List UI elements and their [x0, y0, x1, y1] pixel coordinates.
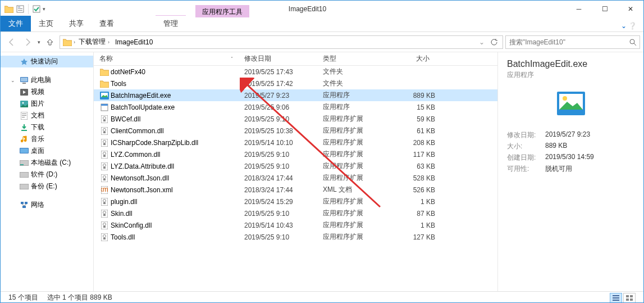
file-row[interactable]: dotNetFx402019/5/25 17:43文件夹	[94, 66, 497, 78]
search-input[interactable]	[506, 38, 626, 46]
file-date: 2019/5/25 9:06	[244, 103, 323, 111]
file-name: SkinConfig.dll	[109, 221, 244, 229]
history-dropdown-icon[interactable]: ⌄	[476, 37, 488, 48]
file-name: Skin.dll	[109, 210, 244, 218]
file-date: 2019/5/25 17:43	[244, 68, 323, 76]
maximize-button[interactable]: ☐	[592, 1, 618, 17]
file-row[interactable]: BWCef.dll2019/5/25 9:10应用程序扩展59 KB	[94, 113, 497, 125]
tab-file[interactable]: 文件	[1, 16, 31, 31]
up-button[interactable]	[43, 35, 57, 49]
file-row[interactable]: plugin.dll2019/5/24 15:29应用程序扩展1 KB	[94, 196, 497, 207]
column-date[interactable]: 修改日期	[239, 54, 317, 64]
column-name[interactable]: 名称˄	[94, 54, 239, 64]
file-type: 应用程序扩展	[323, 197, 390, 206]
details-property: 大小:889 KB	[507, 142, 634, 151]
svg-rect-22	[20, 172, 29, 178]
file-name: LYZ.Common.dll	[109, 151, 244, 159]
file-row[interactable]: LYZ.Common.dll2019/5/25 9:10应用程序扩展117 KB	[94, 148, 497, 160]
svg-rect-25	[25, 202, 28, 204]
file-size: 87 KB	[390, 210, 435, 218]
file-icon	[99, 174, 109, 183]
music-icon	[20, 135, 29, 144]
svg-rect-3	[18, 10, 22, 11]
file-row[interactable]: LYZ.Data.Attribute.dll2019/5/25 9:10应用程序…	[94, 160, 497, 172]
search-icon[interactable]	[626, 36, 640, 48]
close-button[interactable]: ✕	[618, 1, 643, 17]
svg-rect-9	[22, 83, 26, 84]
svg-rect-58	[103, 214, 106, 216]
tab-manage[interactable]: 管理	[156, 15, 186, 31]
back-button[interactable]	[4, 35, 19, 49]
sidebar-item-soft-d[interactable]: ›软件 (D:)	[1, 169, 93, 180]
properties-icon[interactable]	[15, 4, 25, 14]
sidebar-item-network[interactable]: ›网络	[1, 199, 93, 211]
breadcrumb-item[interactable]: ImageEdit10	[113, 38, 155, 46]
file-row[interactable]: ClientCommon.dll2019/5/25 10:38应用程序扩展61 …	[94, 125, 497, 137]
file-row[interactable]: BatchToolUpdate.exe2019/5/25 9:06应用程序15 …	[94, 101, 497, 113]
file-row[interactable]: ICSharpCode.SharpZipLib.dll2019/5/14 10:…	[94, 137, 497, 148]
file-row[interactable]: Newtonsoft.Json.dll2018/3/24 17:44应用程序扩展…	[94, 172, 497, 184]
recent-dropdown-icon[interactable]: ▾	[38, 39, 40, 45]
svg-rect-1	[18, 7, 20, 7]
file-name: Newtonsoft.Json.dll	[109, 174, 244, 182]
sidebar-item-videos[interactable]: ›视频	[1, 86, 93, 98]
refresh-button[interactable]	[488, 37, 500, 48]
svg-point-68	[563, 96, 567, 101]
file-row[interactable]: SkinConfig.dll2019/5/14 10:43应用程序扩展1 KB	[94, 219, 497, 231]
sidebar-item-backup-e[interactable]: ›备份 (E:)	[1, 180, 93, 192]
column-size[interactable]: 大小	[385, 54, 435, 64]
quick-access-toolbar: ▾	[1, 1, 49, 17]
file-type: XML 文档	[323, 185, 390, 195]
file-type: 应用程序扩展	[323, 114, 390, 124]
file-name: plugin.dll	[109, 198, 244, 206]
sidebar-item-this-pc[interactable]: ⌄ 此电脑	[1, 74, 93, 86]
sidebar-item-downloads[interactable]: ›下载	[1, 121, 93, 133]
sidebar-item-quick-access[interactable]: › 快速访问	[1, 56, 93, 67]
file-row[interactable]: Tools2019/5/25 17:42文件夹	[94, 78, 497, 89]
folder-icon	[4, 4, 14, 14]
svg-rect-21	[20, 164, 24, 165]
tab-share[interactable]: 共享	[61, 16, 92, 31]
file-name: BatchImageEdit.exe	[109, 92, 244, 100]
checkbox-icon[interactable]	[31, 4, 42, 14]
breadcrumb[interactable]: › 下载管理› ImageEdit10 ⌄	[60, 35, 503, 49]
tab-view[interactable]: 查看	[92, 16, 122, 31]
view-details-button[interactable]	[610, 293, 622, 303]
file-size: 1 KB	[390, 198, 435, 206]
file-row[interactable]: xmlNewtonsoft.Json.xml2018/3/24 17:44XML…	[94, 184, 497, 196]
svg-rect-41	[103, 143, 106, 145]
file-icon	[99, 197, 109, 206]
file-icon	[99, 162, 109, 171]
file-row[interactable]: Tools.dll2019/5/25 9:10应用程序扩展127 KB	[94, 231, 497, 243]
ribbon-help-icon[interactable]: ⌄ ❔	[614, 20, 643, 31]
file-name: LYZ.Data.Attribute.dll	[109, 162, 244, 170]
minimize-button[interactable]: ─	[566, 1, 592, 17]
search-box[interactable]	[505, 35, 640, 49]
svg-rect-2	[18, 8, 22, 9]
svg-rect-16	[22, 117, 25, 117]
file-name: BWCef.dll	[109, 115, 244, 123]
sidebar-item-documents[interactable]: ›文档	[1, 110, 93, 121]
file-size: 889 KB	[390, 92, 435, 100]
tab-home[interactable]: 主页	[31, 16, 61, 31]
sidebar-item-music[interactable]: ›音乐	[1, 133, 93, 145]
breadcrumb-item[interactable]: 下载管理›	[76, 37, 112, 47]
file-type: 应用程序扩展	[323, 138, 390, 147]
view-thumbnails-button[interactable]	[623, 293, 636, 303]
file-row[interactable]: Skin.dll2019/5/25 9:10应用程序扩展87 KB	[94, 207, 497, 219]
sidebar-item-local-c[interactable]: ›本地磁盘 (C:)	[1, 157, 93, 169]
forward-button[interactable]	[21, 35, 35, 49]
file-icon	[99, 79, 109, 88]
svg-rect-4	[33, 6, 40, 12]
file-icon	[99, 150, 109, 159]
file-type: 文件夹	[323, 79, 390, 88]
file-date: 2019/5/25 9:10	[244, 233, 323, 241]
qat-dropdown-icon[interactable]: ▾	[43, 6, 45, 12]
content-area: › 快速访问 ⌄ 此电脑 ›视频 ›图片 ›文档 ›下载 ›音乐 ›桌面 ›本地…	[1, 52, 643, 291]
file-type: 应用程序扩展	[323, 173, 390, 183]
sidebar-item-pictures[interactable]: ›图片	[1, 98, 93, 110]
column-type[interactable]: 类型	[317, 54, 385, 64]
sidebar-item-desktop[interactable]: ›桌面	[1, 145, 93, 157]
file-row[interactable]: BatchImageEdit.exe2019/5/27 9:23应用程序889 …	[94, 89, 497, 101]
file-icon	[99, 126, 109, 135]
